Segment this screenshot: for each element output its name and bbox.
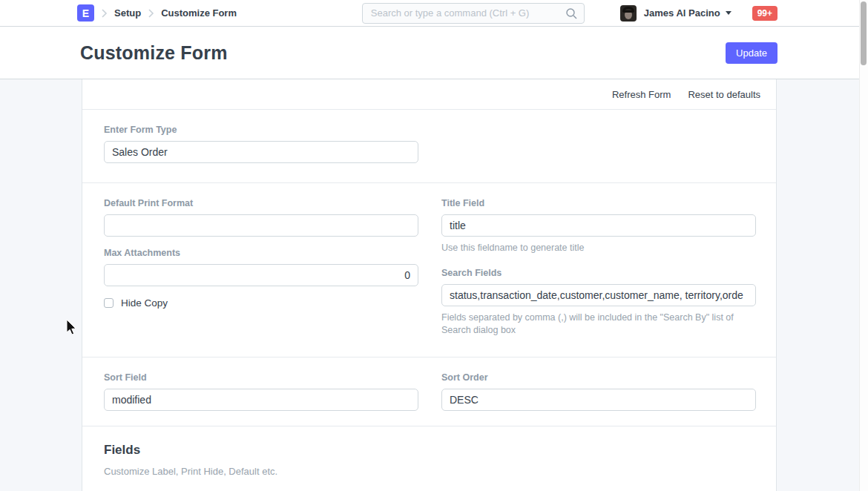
chevron-right-icon <box>101 9 108 18</box>
app-logo[interactable]: E <box>77 4 94 22</box>
page-content: Refresh Form Reset to defaults Enter For… <box>0 79 868 490</box>
column-left: Default Print Format Max Attachments Hid… <box>104 198 418 337</box>
field-default-print-format: Default Print Format <box>104 198 418 237</box>
fields-description: Customize Label, Print Hide, Default etc… <box>104 466 754 477</box>
search-fields-label: Search Fields <box>441 268 756 278</box>
section-form-type: Enter Form Type <box>82 110 776 183</box>
search-icon[interactable] <box>565 7 578 23</box>
notification-badge[interactable]: 99+ <box>752 6 777 21</box>
hide-copy-checkbox[interactable] <box>104 298 114 308</box>
breadcrumb-setup[interactable]: Setup <box>114 7 141 19</box>
form-card: Refresh Form Reset to defaults Enter For… <box>82 79 777 491</box>
section-sort: Sort Field Sort Order <box>82 357 776 426</box>
field-sort-field: Sort Field <box>104 372 418 411</box>
hide-copy-option[interactable]: Hide Copy <box>104 297 418 309</box>
title-field-input[interactable] <box>441 214 756 237</box>
navbar-right: James Al Pacino 99+ <box>362 3 777 24</box>
avatar <box>620 5 637 22</box>
field-sort-order: Sort Order <box>441 372 756 411</box>
top-navbar: E Setup Customize Form <box>0 0 868 27</box>
breadcrumb-page[interactable]: Customize Form <box>161 7 237 19</box>
global-search <box>362 3 585 24</box>
field-max-attachments: Max Attachments <box>104 248 418 286</box>
column-right: Title Field Use this fieldname to genera… <box>441 198 756 337</box>
title-field-help: Use this fieldname to generate title <box>441 242 756 255</box>
search-input[interactable] <box>363 4 584 23</box>
default-print-format-label: Default Print Format <box>104 198 418 208</box>
hide-copy-label: Hide Copy <box>121 297 168 309</box>
field-search-fields: Search Fields Fields separated by comma … <box>441 268 756 337</box>
sort-order-label: Sort Order <box>441 372 756 383</box>
max-attachments-input[interactable] <box>104 264 418 286</box>
chevron-down-icon <box>726 11 731 15</box>
sort-field-input[interactable] <box>104 389 418 411</box>
page-title: Customize Form <box>80 42 228 64</box>
section-fields: Fields Customize Label, Print Hide, Defa… <box>82 426 776 491</box>
form-toolbar: Refresh Form Reset to defaults <box>82 79 776 110</box>
scrollbar-track[interactable] <box>859 0 868 491</box>
search-fields-help: Fields separated by comma (,) will be in… <box>441 312 756 337</box>
scrollbar-thumb[interactable] <box>861 1 867 65</box>
reset-defaults-link[interactable]: Reset to defaults <box>688 89 760 100</box>
section-options: Default Print Format Max Attachments Hid… <box>82 183 776 357</box>
max-attachments-label: Max Attachments <box>104 248 418 258</box>
refresh-form-link[interactable]: Refresh Form <box>612 89 671 100</box>
sort-field-label: Sort Field <box>104 372 418 383</box>
chevron-right-icon <box>148 9 154 18</box>
fields-heading: Fields <box>104 443 754 458</box>
user-name: James Al Pacino <box>644 7 720 19</box>
form-type-label: Enter Form Type <box>104 125 754 135</box>
sort-order-input[interactable] <box>441 389 756 411</box>
search-fields-input[interactable] <box>441 284 756 306</box>
title-field-label: Title Field <box>441 198 756 208</box>
user-menu[interactable]: James Al Pacino <box>620 5 731 22</box>
default-print-format-input[interactable] <box>104 214 418 237</box>
form-type-input[interactable] <box>104 141 418 163</box>
update-button[interactable]: Update <box>726 42 777 64</box>
field-title-field: Title Field Use this fieldname to genera… <box>441 198 756 255</box>
page-head: Customize Form Update <box>0 27 868 79</box>
